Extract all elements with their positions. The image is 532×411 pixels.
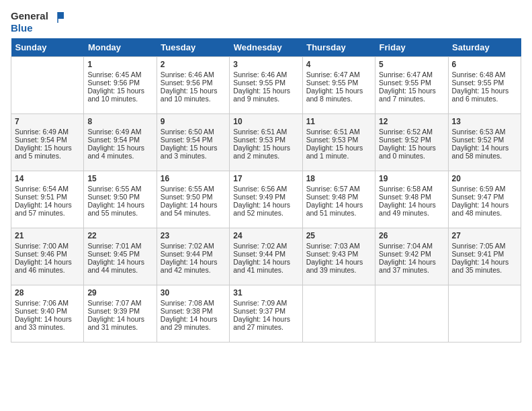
sunset-text: Sunset: 9:55 PM (306, 79, 359, 87)
col-header-thursday: Thursday (302, 38, 375, 57)
day-number: 12 (379, 117, 444, 126)
day-number: 28 (15, 288, 80, 298)
calendar-cell: 9 Sunrise: 6:50 AM Sunset: 9:54 PM Dayli… (157, 114, 229, 171)
day-number: 25 (306, 231, 371, 240)
sunrise-text: Sunrise: 6:46 AM (161, 71, 214, 79)
daylight-text: Daylight: 15 hours and 0 minutes. (379, 144, 436, 160)
daylight-text: Daylight: 14 hours and 52 minutes. (233, 201, 290, 217)
sunset-text: Sunset: 9:39 PM (87, 307, 140, 315)
sunset-text: Sunset: 9:49 PM (233, 193, 285, 201)
daylight-text: Daylight: 14 hours and 41 minutes. (233, 258, 290, 274)
sunrise-text: Sunrise: 7:03 AM (306, 242, 360, 250)
calendar-cell: 11 Sunrise: 6:51 AM Sunset: 9:53 PM Dayl… (302, 114, 375, 171)
daylight-text: Daylight: 14 hours and 39 minutes. (306, 258, 363, 274)
daylight-text: Daylight: 14 hours and 57 minutes. (15, 201, 72, 217)
sunrise-text: Sunrise: 6:56 AM (233, 185, 287, 193)
calendar-cell: 7 Sunrise: 6:49 AM Sunset: 9:54 PM Dayli… (11, 114, 84, 171)
day-number: 10 (233, 117, 298, 126)
sunrise-text: Sunrise: 6:46 AM (233, 71, 287, 79)
sunrise-text: Sunrise: 6:53 AM (452, 128, 506, 136)
daylight-text: Daylight: 14 hours and 48 minutes. (452, 201, 509, 217)
sunset-text: Sunset: 9:55 PM (452, 79, 504, 87)
daylight-text: Daylight: 15 hours and 10 minutes. (87, 87, 144, 103)
calendar-cell: 31 Sunrise: 7:09 AM Sunset: 9:37 PM Dayl… (230, 285, 302, 342)
day-number: 11 (306, 117, 371, 126)
daylight-text: Daylight: 14 hours and 44 minutes. (87, 258, 144, 274)
sunset-text: Sunset: 9:54 PM (161, 136, 213, 144)
col-header-sunday: Sunday (11, 38, 84, 57)
daylight-text: Daylight: 15 hours and 1 minute. (306, 144, 363, 160)
calendar-cell: 21 Sunrise: 7:00 AM Sunset: 9:46 PM Dayl… (11, 228, 84, 285)
calendar-cell: 29 Sunrise: 7:07 AM Sunset: 9:39 PM Dayl… (84, 285, 157, 342)
daylight-text: Daylight: 14 hours and 49 minutes. (379, 201, 436, 217)
day-number: 22 (87, 231, 152, 240)
sunrise-text: Sunrise: 7:05 AM (452, 242, 506, 250)
calendar-cell: 1 Sunrise: 6:45 AM Sunset: 9:56 PM Dayli… (84, 57, 157, 114)
sunset-text: Sunset: 9:50 PM (161, 193, 213, 201)
calendar-cell: 15 Sunrise: 6:55 AM Sunset: 9:50 PM Dayl… (84, 171, 157, 228)
calendar-cell: 24 Sunrise: 7:02 AM Sunset: 9:44 PM Dayl… (230, 228, 302, 285)
day-number: 8 (87, 117, 152, 126)
sunset-text: Sunset: 9:54 PM (87, 136, 140, 144)
daylight-text: Daylight: 15 hours and 4 minutes. (87, 144, 144, 160)
sunrise-text: Sunrise: 7:09 AM (233, 299, 287, 307)
sunrise-text: Sunrise: 6:49 AM (87, 128, 141, 136)
week-row-3: 14 Sunrise: 6:54 AM Sunset: 9:51 PM Dayl… (11, 171, 521, 228)
logo-general: General (11, 10, 48, 21)
calendar-cell: 3 Sunrise: 6:46 AM Sunset: 9:55 PM Dayli… (230, 57, 302, 114)
sunset-text: Sunset: 9:48 PM (306, 193, 359, 201)
day-number: 19 (379, 174, 444, 183)
sunrise-text: Sunrise: 6:49 AM (15, 128, 69, 136)
sunrise-text: Sunrise: 6:57 AM (306, 185, 360, 193)
sunrise-text: Sunrise: 6:55 AM (161, 185, 214, 193)
day-number: 15 (87, 174, 152, 183)
day-number: 29 (87, 288, 152, 298)
daylight-text: Daylight: 14 hours and 51 minutes. (306, 201, 363, 217)
sunset-text: Sunset: 9:56 PM (161, 79, 213, 87)
calendar-cell (11, 57, 84, 114)
week-row-4: 21 Sunrise: 7:00 AM Sunset: 9:46 PM Dayl… (11, 228, 521, 285)
day-number: 21 (15, 231, 80, 240)
day-number: 6 (452, 60, 517, 69)
day-number: 30 (161, 288, 226, 298)
day-number: 3 (233, 60, 298, 69)
sunrise-text: Sunrise: 6:59 AM (452, 185, 506, 193)
svg-marker-0 (58, 12, 64, 19)
sunrise-text: Sunrise: 6:52 AM (379, 128, 433, 136)
sunrise-text: Sunrise: 6:45 AM (87, 71, 141, 79)
sunset-text: Sunset: 9:56 PM (87, 79, 140, 87)
sunrise-text: Sunrise: 7:08 AM (161, 299, 214, 307)
sunrise-text: Sunrise: 7:02 AM (233, 242, 287, 250)
week-row-1: 1 Sunrise: 6:45 AM Sunset: 9:56 PM Dayli… (11, 57, 521, 114)
daylight-text: Daylight: 14 hours and 54 minutes. (161, 201, 218, 217)
sunrise-text: Sunrise: 6:48 AM (452, 71, 506, 79)
sunset-text: Sunset: 9:47 PM (452, 193, 504, 201)
calendar-cell: 26 Sunrise: 7:04 AM Sunset: 9:42 PM Dayl… (375, 228, 448, 285)
calendar-cell: 22 Sunrise: 7:01 AM Sunset: 9:45 PM Dayl… (84, 228, 157, 285)
calendar-cell: 19 Sunrise: 6:58 AM Sunset: 9:48 PM Dayl… (375, 171, 448, 228)
daylight-text: Daylight: 15 hours and 6 minutes. (452, 87, 509, 103)
calendar-cell: 20 Sunrise: 6:59 AM Sunset: 9:47 PM Dayl… (448, 171, 521, 228)
sunset-text: Sunset: 9:43 PM (306, 250, 359, 258)
day-number: 5 (379, 60, 444, 69)
day-number: 7 (15, 117, 80, 126)
sunset-text: Sunset: 9:40 PM (15, 307, 67, 315)
col-header-friday: Friday (375, 38, 448, 57)
sunset-text: Sunset: 9:50 PM (87, 193, 140, 201)
day-number: 4 (306, 60, 371, 69)
calendar-cell: 18 Sunrise: 6:57 AM Sunset: 9:48 PM Dayl… (302, 171, 375, 228)
sunset-text: Sunset: 9:54 PM (15, 136, 67, 144)
calendar-cell: 16 Sunrise: 6:55 AM Sunset: 9:50 PM Dayl… (157, 171, 229, 228)
logo-blue: Blue (11, 22, 33, 34)
day-number: 18 (306, 174, 371, 183)
sunset-text: Sunset: 9:45 PM (87, 250, 140, 258)
sunrise-text: Sunrise: 7:02 AM (161, 242, 214, 250)
day-number: 2 (161, 60, 226, 69)
sunrise-text: Sunrise: 6:50 AM (161, 128, 214, 136)
daylight-text: Daylight: 15 hours and 7 minutes. (379, 87, 436, 103)
logo-text: General Blue (11, 11, 64, 33)
logo-flag-icon (52, 11, 64, 23)
week-row-5: 28 Sunrise: 7:06 AM Sunset: 9:40 PM Dayl… (11, 285, 521, 342)
calendar-cell: 28 Sunrise: 7:06 AM Sunset: 9:40 PM Dayl… (11, 285, 84, 342)
daylight-text: Daylight: 14 hours and 35 minutes. (452, 258, 509, 274)
